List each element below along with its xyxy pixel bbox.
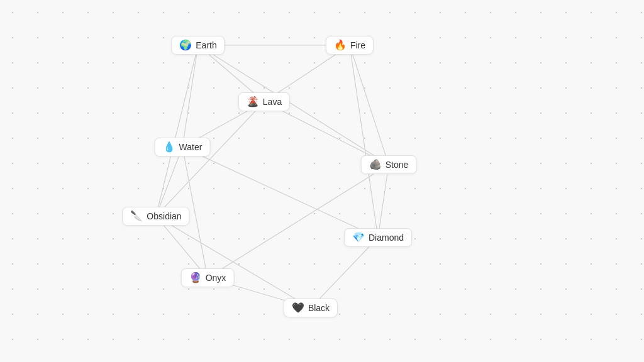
node-icon-stone: 🪨 <box>369 160 382 170</box>
node-earth[interactable]: 🌍Earth <box>171 36 225 55</box>
nodes-container: 🌍Earth🔥Fire🌋Lava💧Water🪨Stone🔪Obsidian💎Di… <box>0 0 644 362</box>
node-obsidian[interactable]: 🔪Obsidian <box>122 207 189 226</box>
node-label-obsidian: Obsidian <box>147 211 181 221</box>
node-icon-water: 💧 <box>163 142 175 152</box>
node-black[interactable]: 🖤Black <box>284 299 338 317</box>
node-label-water: Water <box>179 142 203 152</box>
node-icon-onyx: 🔮 <box>189 273 202 283</box>
node-icon-lava: 🌋 <box>247 97 259 107</box>
node-lava[interactable]: 🌋Lava <box>238 92 290 111</box>
node-label-earth: Earth <box>196 40 216 50</box>
node-label-diamond: Diamond <box>369 233 404 243</box>
node-stone[interactable]: 🪨Stone <box>361 155 417 174</box>
node-icon-black: 🖤 <box>292 303 304 313</box>
node-onyx[interactable]: 🔮Onyx <box>181 268 235 287</box>
node-icon-fire: 🔥 <box>334 40 347 50</box>
node-label-fire: Fire <box>350 40 365 50</box>
node-label-onyx: Onyx <box>206 273 226 283</box>
node-water[interactable]: 💧Water <box>155 138 211 156</box>
node-icon-obsidian: 🔪 <box>130 211 143 221</box>
node-diamond[interactable]: 💎Diamond <box>344 228 412 247</box>
node-icon-diamond: 💎 <box>352 233 365 243</box>
node-label-lava: Lava <box>263 97 282 107</box>
node-icon-earth: 🌍 <box>179 40 192 50</box>
node-label-black: Black <box>308 303 330 313</box>
node-label-stone: Stone <box>386 160 409 170</box>
node-fire[interactable]: 🔥Fire <box>326 36 374 55</box>
